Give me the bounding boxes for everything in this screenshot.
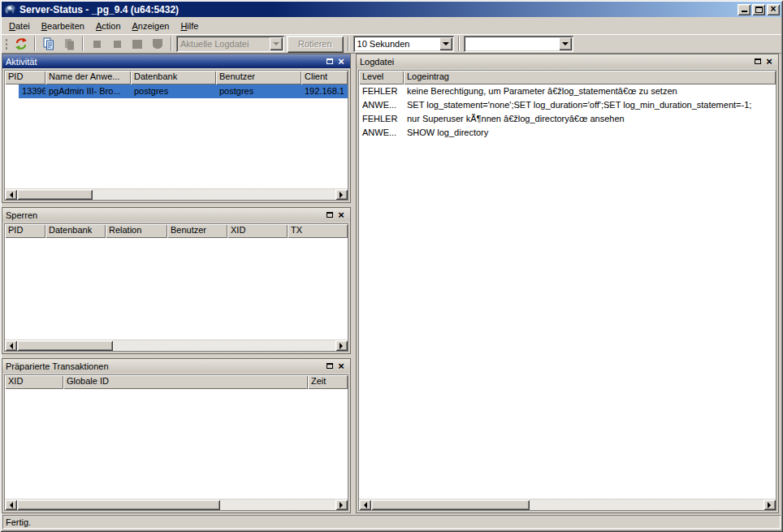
column-header-pid[interactable]: PID bbox=[5, 224, 45, 238]
activity-restore-button[interactable] bbox=[324, 56, 335, 67]
column-header-zeit[interactable]: Zeit bbox=[308, 375, 348, 389]
logfile-caption: Logdatei × bbox=[357, 54, 778, 68]
locks-close-button[interactable]: × bbox=[335, 210, 347, 220]
menu-action[interactable]: Action bbox=[90, 19, 127, 32]
scrollbar-thumb[interactable] bbox=[17, 189, 93, 200]
scrollbar-track[interactable] bbox=[17, 189, 335, 200]
log-row[interactable]: FEHLER nur Superuser kÃ¶nnen â€žlog_dire… bbox=[359, 112, 776, 126]
scrollbar-track[interactable] bbox=[371, 500, 764, 510]
scroll-right-button[interactable] bbox=[335, 340, 348, 351]
titlebar[interactable]: Server-Status - _pg_9.4 (u64:5432) × bbox=[2, 2, 781, 17]
scroll-left-button[interactable] bbox=[5, 340, 17, 351]
menu-anzeigen[interactable]: Anzeigen bbox=[127, 19, 175, 32]
logfile-restore-button[interactable] bbox=[752, 56, 764, 67]
arrow-left-icon bbox=[6, 192, 13, 198]
scrollbar-thumb[interactable] bbox=[17, 500, 220, 510]
locks-list: PID Datenbank Relation Benutzer XID TX bbox=[4, 223, 348, 352]
logfile-panel: Logdatei × Level Logeintrag FEHLER keine… bbox=[356, 54, 779, 513]
pgadmin-elephant-icon bbox=[3, 3, 16, 15]
column-header-relation[interactable]: Relation bbox=[106, 224, 167, 238]
restore-icon bbox=[327, 58, 333, 64]
prepared-body bbox=[5, 389, 348, 499]
locks-title: Sperren bbox=[6, 210, 324, 220]
prepared-close-button[interactable]: × bbox=[335, 361, 347, 371]
menu-bearbeiten[interactable]: Bearbeiten bbox=[36, 19, 90, 32]
prepared-caption: Präparierte Transaktionen × bbox=[2, 359, 350, 373]
log-row[interactable]: FEHLER keine Berechtigung, um Parameter … bbox=[359, 84, 776, 98]
refresh-interval-dropdown[interactable] bbox=[439, 37, 452, 50]
column-header-pid[interactable]: PID bbox=[5, 71, 45, 84]
column-header-appname[interactable]: Name der Anwe... bbox=[45, 71, 131, 84]
log-row[interactable]: ANWE... SET log_statement='none';SET log… bbox=[359, 98, 776, 112]
activity-row-selected[interactable]: 13396 pgAdmin III- Bro... postgres postg… bbox=[5, 84, 348, 98]
column-header-level[interactable]: Level bbox=[359, 71, 404, 84]
column-header-client[interactable]: Client bbox=[301, 71, 348, 84]
column-header-tx[interactable]: TX bbox=[288, 224, 348, 238]
maximize-button[interactable] bbox=[752, 4, 765, 15]
maximize-icon bbox=[755, 6, 763, 13]
cell-database: postgres bbox=[131, 84, 216, 98]
arrow-left-icon bbox=[6, 502, 13, 508]
logfile-combo: Aktuelle Logdatei bbox=[176, 36, 284, 52]
menu-hilfe[interactable]: Hilfe bbox=[175, 19, 204, 32]
chevron-down-icon bbox=[273, 42, 279, 49]
activity-close-button[interactable]: × bbox=[335, 56, 347, 67]
chevron-down-icon bbox=[443, 42, 449, 49]
scroll-left-button[interactable] bbox=[5, 500, 17, 510]
refresh-interval-value: 10 Sekunden bbox=[355, 37, 439, 50]
column-header-xid[interactable]: XID bbox=[5, 375, 63, 389]
activity-list: PID Name der Anwe... Datenbank Benutzer … bbox=[4, 70, 348, 201]
logfile-list: Level Logeintrag FEHLER keine Berechtigu… bbox=[358, 70, 777, 511]
cancel-query-button bbox=[88, 36, 106, 52]
menu-datei[interactable]: Datei bbox=[3, 19, 36, 32]
arrow-right-icon bbox=[340, 343, 346, 349]
toolbar: Aktuelle Logdatei Rotieren 10 Sekunden bbox=[2, 34, 781, 54]
minimize-button[interactable] bbox=[738, 4, 751, 15]
arrow-right-icon bbox=[340, 192, 346, 198]
cell-client: 192.168.1 bbox=[301, 84, 348, 98]
copy-button[interactable] bbox=[40, 36, 58, 52]
scroll-right-button[interactable] bbox=[764, 500, 776, 510]
locks-hscrollbar[interactable] bbox=[5, 340, 348, 351]
scrollbar-track[interactable] bbox=[17, 340, 335, 351]
prepared-restore-button[interactable] bbox=[324, 361, 335, 371]
column-header-user[interactable]: Benutzer bbox=[167, 224, 227, 238]
cell-level: ANWE... bbox=[359, 98, 404, 112]
column-header-xid[interactable]: XID bbox=[227, 224, 288, 238]
scroll-right-button[interactable] bbox=[335, 500, 348, 510]
row-icon-gutter bbox=[5, 84, 19, 98]
prepared-list: XID Globale ID Zeit bbox=[4, 374, 348, 511]
logfile-close-button[interactable]: × bbox=[764, 56, 775, 67]
locks-restore-button[interactable] bbox=[324, 210, 335, 220]
cell-level: ANWE... bbox=[359, 126, 404, 140]
scroll-right-button[interactable] bbox=[335, 189, 348, 200]
restore-icon bbox=[327, 212, 333, 218]
close-button[interactable]: × bbox=[767, 4, 780, 15]
close-icon: × bbox=[338, 361, 344, 370]
rotate-button: Rotieren bbox=[287, 36, 344, 53]
log-row[interactable]: ANWE... SHOW log_directory bbox=[359, 126, 776, 140]
close-icon: × bbox=[770, 5, 776, 13]
column-header-database[interactable]: Datenbank bbox=[45, 224, 106, 238]
column-header-logentry[interactable]: Logeintrag bbox=[404, 71, 776, 84]
activity-hscrollbar[interactable] bbox=[5, 188, 348, 200]
cell-appname: pgAdmin III- Bro... bbox=[45, 84, 131, 98]
scroll-left-button[interactable] bbox=[5, 189, 17, 200]
window-title: Server-Status - _pg_9.4 (u64:5432) bbox=[19, 4, 738, 15]
refresh-button[interactable] bbox=[12, 36, 30, 52]
toolbar-grip[interactable] bbox=[5, 37, 8, 50]
toolbar-separator bbox=[82, 37, 84, 51]
column-header-database[interactable]: Datenbank bbox=[131, 71, 216, 84]
scrollbar-thumb[interactable] bbox=[17, 340, 113, 351]
column-header-user[interactable]: Benutzer bbox=[216, 71, 301, 84]
scrollbar-thumb[interactable] bbox=[371, 500, 530, 510]
column-header-globalid[interactable]: Globale ID bbox=[63, 375, 308, 389]
terminate-backend-button bbox=[108, 36, 126, 52]
scroll-left-button[interactable] bbox=[359, 500, 371, 510]
prepared-hscrollbar[interactable] bbox=[5, 499, 348, 510]
custom-combo[interactable] bbox=[464, 36, 573, 52]
refresh-interval-combo[interactable]: 10 Sekunden bbox=[353, 36, 454, 52]
logfile-hscrollbar[interactable] bbox=[359, 499, 776, 510]
scrollbar-track[interactable] bbox=[17, 500, 335, 510]
custom-combo-dropdown[interactable] bbox=[559, 37, 572, 50]
